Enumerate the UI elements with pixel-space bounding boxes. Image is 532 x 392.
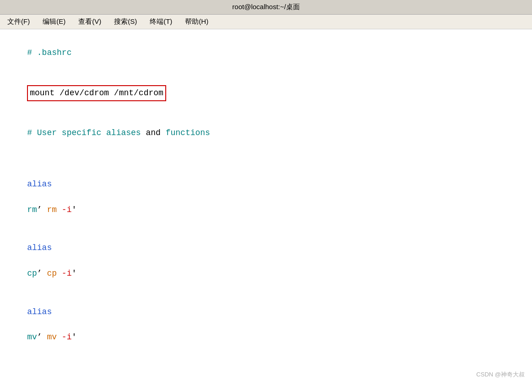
line-mount: mount /dev/cdrom /mnt/cdrom [7,72,525,114]
watermark: CSDN @神奇大叔 [476,370,525,379]
comment-bashrc-text: # .bashrc [27,48,71,57]
mount-command: mount /dev/cdrom /mnt/cdrom [27,85,166,102]
title-text: root@localhost:~/桌面 [232,3,299,11]
line-comment-source: # Source global definitions [7,370,525,385]
line-alias-rm: alias rm’ rm -i' [7,165,525,229]
blank-line-1 [7,152,525,165]
title-bar: root@localhost:~/桌面 [0,0,532,15]
alias-keyword-rm: alias [27,180,52,189]
line-comment-bashrc: # .bashrc [7,34,525,72]
alias-cmd-cp: cp [42,269,57,278]
menu-edit[interactable]: 编辑(E) [43,17,65,26]
menu-bar: 文件(F) 编辑(E) 查看(V) 搜索(S) 终端(T) 帮助(H) [0,15,532,29]
watermark-text: CSDN @神奇大叔 [476,371,525,378]
menu-terminal[interactable]: 终端(T) [150,17,172,26]
alias-name-cp: cp [27,269,37,278]
menu-search[interactable]: 搜索(S) [114,17,137,26]
editor-area[interactable]: # .bashrc mount /dev/cdrom /mnt/cdrom # … [0,29,532,385]
line-alias-mv: alias mv’ mv -i' [7,293,525,357]
menu-file[interactable]: 文件(F) [7,17,30,26]
alias-name-mv: mv [27,332,37,342]
alias-flag-cp: -i [62,269,72,278]
comment-user-text: # User specific aliases and functions [27,128,210,137]
alias-name-rm: rm [27,205,37,214]
blank-line-2 [7,357,525,370]
comment-source-text: # Source global definitions [27,384,161,385]
alias-cmd-rm: rm [42,205,57,214]
alias-space-rm [27,192,32,201]
alias-cmd-mv: mv [42,332,57,342]
alias-flag-mv: -i [62,332,72,342]
line-comment-user: # User specific aliases and functions [7,114,525,152]
line-alias-cp: alias cp’ cp -i' [7,229,525,293]
alias-flag-rm: -i [62,205,72,214]
menu-help[interactable]: 帮助(H) [185,17,208,26]
alias-keyword-mv: alias [27,307,52,316]
alias-keyword-cp: alias [27,243,52,252]
menu-view[interactable]: 查看(V) [78,17,101,26]
